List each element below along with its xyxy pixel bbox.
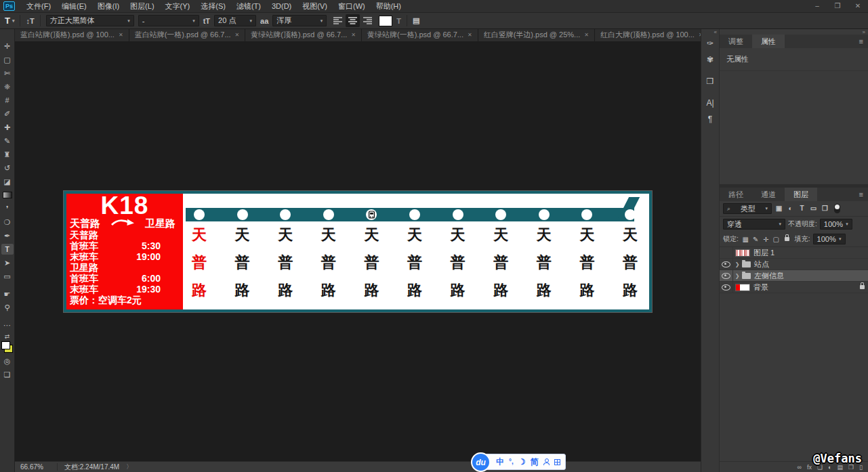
visibility-toggle[interactable] (720, 259, 733, 270)
healing-brush-tool[interactable]: ✚ (1, 122, 14, 133)
clone-stamp-tool[interactable]: ♜ (1, 149, 14, 160)
menu-item[interactable]: 图像(I) (92, 0, 125, 12)
expand-caret-icon[interactable]: ❯ (733, 273, 741, 279)
type-tool[interactable]: T (1, 244, 14, 255)
toggle-text-orientation-icon[interactable]: ↕T (26, 17, 34, 25)
paragraph-panel-icon[interactable]: ¶ (703, 112, 718, 126)
hand-tool[interactable]: ☛ (1, 288, 14, 299)
tab-close-icon[interactable]: ✕ (584, 32, 589, 38)
fill-select[interactable]: 100% ▾ (813, 234, 846, 244)
brushes-panel-icon[interactable]: ✾ (703, 53, 718, 66)
character-panel-icon[interactable]: A| (703, 96, 718, 110)
layer-row[interactable]: 背景 (720, 282, 868, 293)
panel-tab-路径[interactable]: 路径 (720, 188, 752, 201)
lock-transparency-icon[interactable]: ▦ (741, 236, 750, 243)
zoom-level-field[interactable]: 66.67% (15, 463, 57, 471)
menu-item[interactable]: 窗口(W) (333, 0, 371, 12)
menu-item[interactable]: 滤镜(T) (231, 0, 266, 12)
document-tab[interactable]: 黄绿站牌(一格).psd @ 66.7...✕ (362, 28, 478, 41)
lock-position-icon[interactable]: ✛ (762, 236, 770, 243)
lock-pixels-icon[interactable]: ✎ (751, 236, 760, 243)
font-size-select[interactable]: 20 点 ▾ (214, 15, 256, 26)
history-brush-tool[interactable]: ↺ (1, 163, 14, 173)
filter-shape-icon[interactable]: ▭ (808, 204, 819, 213)
menu-item[interactable]: 3D(D) (266, 0, 297, 12)
tab-close-icon[interactable]: ✕ (351, 32, 356, 38)
blur-tool[interactable]: ❜ (1, 203, 14, 214)
clone-source-icon[interactable]: ❒ (703, 74, 718, 88)
tab-close-icon[interactable]: ✕ (235, 32, 240, 38)
document-tab[interactable]: 黄绿站牌(顶格).psd @ 66.7...✕ (245, 28, 362, 41)
gradient-tool[interactable] (1, 190, 14, 200)
visibility-toggle[interactable] (720, 270, 733, 281)
canvas-area[interactable]: K18 天普路 卫星路 天普路首班车5:30末班车19:00卫星路首班车6:00… (15, 41, 702, 462)
menu-item[interactable]: 图层(L) (125, 0, 159, 12)
shape-tool[interactable]: ▭ (1, 271, 14, 282)
menu-item[interactable]: 文字(Y) (160, 0, 196, 12)
ime-account-icon[interactable] (543, 458, 550, 465)
eraser-tool[interactable]: ◪ (1, 176, 14, 187)
align-right-button[interactable] (360, 14, 375, 27)
filter-smartobject-icon[interactable]: ❒ (820, 204, 830, 213)
foreground-color-swatch[interactable] (1, 341, 10, 349)
layer-row[interactable]: ❯站点 (720, 259, 868, 270)
toggle-panels-icon[interactable]: ▤ (413, 16, 419, 25)
move-tool[interactable]: ✛ (1, 41, 14, 51)
link-layers-icon[interactable]: ∞ (798, 464, 802, 471)
layer-effects-icon[interactable]: fx (807, 464, 812, 471)
ime-simplified-toggle[interactable]: 简 (531, 454, 539, 469)
canvas-document[interactable]: K18 天普路 卫星路 天普路首班车5:30末班车19:00卫星路首班车6:00… (64, 191, 652, 312)
layer-row[interactable]: ❯左侧信息 (720, 270, 868, 282)
lock-artboard-icon[interactable]: ▢ (772, 236, 781, 243)
baidu-ime-logo[interactable]: du (471, 452, 491, 472)
quick-mask-button[interactable]: ◎ (1, 356, 14, 366)
visibility-toggle[interactable] (720, 247, 733, 258)
layer-row[interactable]: 图层 1 (720, 247, 868, 259)
restore-button[interactable]: ❐ (827, 0, 848, 12)
expand-caret-icon[interactable]: ❯ (733, 261, 741, 267)
panel-tab-图层[interactable]: 图层 (785, 188, 817, 201)
color-swatches[interactable] (1, 341, 13, 353)
font-style-select[interactable]: - ▾ (138, 15, 199, 26)
document-tab[interactable]: 红白竖牌(半边).psd @ 25%...✕ (478, 28, 595, 41)
align-left-button[interactable] (331, 14, 345, 27)
close-button[interactable]: ✕ (848, 0, 868, 12)
ime-night-mode-icon[interactable]: ☽ (518, 454, 526, 469)
panel-tab-通道[interactable]: 通道 (752, 188, 785, 201)
current-tool-button[interactable]: T ▾ (5, 16, 14, 26)
tab-close-icon[interactable]: ✕ (468, 32, 472, 38)
brush-settings-icon[interactable]: ✑ (703, 37, 718, 50)
panel-menu-icon[interactable]: ≡ (854, 35, 868, 48)
anti-alias-select[interactable]: 浑厚 ▾ (272, 15, 327, 26)
document-tab[interactable]: 蓝白站牌(一格).psd @ 66.7...✕ (129, 28, 246, 41)
menu-item[interactable]: 编辑(E) (56, 0, 92, 12)
tab-close-icon[interactable]: ✕ (119, 32, 123, 38)
filter-type-icon[interactable]: T (797, 204, 807, 213)
font-family-select[interactable]: 方正大黑简体 ▾ (46, 15, 134, 26)
filter-pixel-icon[interactable]: ▣ (774, 204, 784, 213)
opacity-select[interactable]: 100% ▾ (820, 219, 852, 230)
marquee-tool[interactable]: ▢ (1, 54, 14, 65)
align-center-button[interactable] (346, 14, 360, 27)
dodge-tool[interactable]: ❍ (1, 217, 14, 228)
pen-tool[interactable]: ✒ (1, 230, 14, 241)
path-selection-tool[interactable]: ➤ (1, 257, 14, 268)
brush-tool[interactable]: ✎ (1, 135, 14, 146)
document-tab[interactable]: 蓝白站牌(顶格).psd @ 100...✕ (15, 28, 129, 41)
panel-menu-icon[interactable]: ≡ (854, 188, 868, 201)
swap-colors-icon[interactable]: ⇄ (1, 333, 14, 340)
ime-punctuation-toggle[interactable]: °, (509, 454, 514, 469)
warp-text-icon[interactable]: T (396, 17, 401, 25)
document-tab[interactable]: 红白大牌(顶格).psd @ 100...✕ (595, 28, 702, 41)
visibility-toggle[interactable] (720, 282, 733, 293)
lasso-tool[interactable]: ✄ (1, 68, 14, 79)
menu-item[interactable]: 帮助(H) (371, 0, 407, 12)
filter-adjustment-icon[interactable]: ◐ (785, 204, 795, 213)
minimize-button[interactable]: – (807, 0, 827, 12)
layer-filter-type-select[interactable]: ⌕ 类型 ▾ (723, 203, 772, 214)
lock-all-icon[interactable] (785, 237, 789, 241)
text-color-swatch[interactable] (379, 16, 392, 26)
status-arrow-icon[interactable]: 〉 (126, 463, 132, 471)
blend-mode-select[interactable]: 穿透 ▾ (723, 219, 785, 230)
screen-mode-button[interactable]: ❏ (1, 369, 14, 380)
